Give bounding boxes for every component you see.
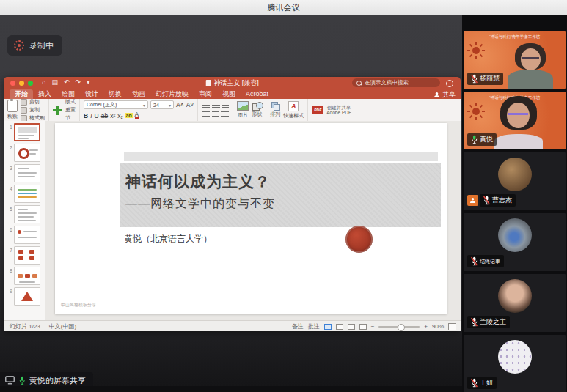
close-icon[interactable]: [10, 81, 15, 86]
slide-sorter-view-icon[interactable]: [336, 324, 343, 330]
participant-tile-6[interactable]: 王妞: [464, 335, 566, 392]
paste-icon[interactable]: [7, 100, 18, 112]
participant-tile-3[interactable]: 曹志杰: [464, 152, 566, 210]
participant-name: 杨丽慧: [480, 74, 500, 84]
gear-icon[interactable]: [446, 80, 453, 87]
slide-thumbnail-panel[interactable]: 1 2 3 4 5: [4, 121, 45, 320]
mac-traffic-lights[interactable]: [10, 81, 33, 86]
tab-transitions[interactable]: 切换: [103, 89, 127, 99]
microphone-muted-icon: [471, 378, 478, 388]
fullscreen-icon[interactable]: [28, 81, 33, 86]
slide-thumbnail-2[interactable]: 2: [6, 144, 40, 162]
search-input[interactable]: 在演示文稿中搜索: [352, 78, 440, 87]
microphone-muted-icon: [471, 74, 478, 84]
microphone-muted-icon: [471, 317, 478, 327]
participant-tile-4[interactable]: 结绳记事: [464, 213, 566, 271]
tab-view[interactable]: 视图: [217, 89, 241, 99]
participant-5-avatar: [498, 279, 532, 313]
comments-toggle[interactable]: 批注: [308, 322, 320, 330]
new-slide-icon[interactable]: [53, 106, 62, 115]
font-color-button[interactable]: A: [135, 111, 139, 119]
arrange-icon[interactable]: [271, 102, 279, 110]
grow-font-icon[interactable]: A˄: [176, 101, 184, 108]
paste-label[interactable]: 粘贴: [7, 113, 18, 120]
participants-sidebar[interactable]: “神话与科幻”青年学者工作坊 杨丽慧: [462, 15, 567, 392]
more-icon[interactable]: ▾: [87, 78, 90, 86]
align-center-icon[interactable]: [212, 111, 219, 117]
person-icon: [434, 92, 440, 98]
share-banner-text: 黄悦的屏幕共享: [29, 375, 86, 386]
recording-indicator[interactable]: 录制中: [7, 35, 62, 56]
slide-thumbnail-5[interactable]: 5: [6, 205, 40, 223]
home-icon[interactable]: ⌂: [42, 78, 45, 86]
slide-thumbnail-4[interactable]: 4: [6, 185, 40, 203]
participant-name: 黄悦: [480, 135, 493, 144]
slide-thumbnail-6[interactable]: 6: [6, 226, 40, 244]
align-left-icon[interactable]: [202, 111, 210, 117]
tab-animations[interactable]: 动画: [127, 89, 150, 99]
monitor-icon: [5, 376, 15, 385]
participant-tile-1[interactable]: “神话与科幻”青年学者工作坊 杨丽慧: [464, 31, 566, 89]
reading-view-icon[interactable]: [348, 324, 355, 330]
search-placeholder: 在演示文稿中搜索: [365, 79, 409, 86]
quick-styles-icon[interactable]: A: [288, 101, 299, 111]
minimize-icon[interactable]: [19, 81, 24, 86]
redo-icon[interactable]: ↷: [76, 78, 81, 86]
tab-design[interactable]: 设计: [80, 89, 103, 99]
copy-icon[interactable]: [21, 107, 27, 114]
participant-tile-2[interactable]: “神话与科幻”青年学者工作坊 黄悦: [464, 92, 566, 149]
current-slide[interactable]: 神话何以成为主义？ ——网络文学中的变与不变 黄悦（北京语言大学） 中山风格模板…: [55, 123, 447, 314]
tab-review[interactable]: 审阅: [194, 89, 217, 99]
clipboard-group: 粘贴 剪切 复制 格式刷: [4, 99, 49, 121]
microphone-muted-icon: [483, 196, 490, 205]
slide-thumbnail-8[interactable]: 8: [6, 267, 40, 285]
undo-icon[interactable]: ↶: [64, 78, 70, 86]
slide-indicator: 幻灯片 1/23: [10, 322, 40, 330]
indent-icon[interactable]: [222, 103, 229, 108]
zoom-slider[interactable]: [378, 326, 420, 328]
save-icon[interactable]: ▤: [51, 78, 58, 86]
acrobat-action-label[interactable]: 创建并共享 Adobe PDF: [326, 105, 351, 115]
superscript-button[interactable]: x²: [110, 112, 115, 119]
language-indicator[interactable]: 中文(中国): [49, 322, 76, 330]
tab-slideshow[interactable]: 幻灯片放映: [150, 89, 194, 99]
highlight-color-button[interactable]: ab: [125, 113, 133, 118]
normal-view-icon[interactable]: [324, 324, 332, 330]
align-right-icon[interactable]: [221, 111, 229, 117]
red-seal-icon: [345, 226, 373, 253]
participant-tile-5[interactable]: 兰陵之主: [464, 274, 566, 332]
participant-name: 王妞: [480, 378, 493, 388]
tab-acrobat[interactable]: Acrobat: [241, 89, 274, 99]
picture-icon[interactable]: [237, 101, 249, 111]
bullets-icon[interactable]: [202, 103, 210, 108]
slideshow-view-icon[interactable]: [359, 324, 367, 330]
slides-group: 版式 重置 节: [49, 99, 80, 121]
strikethrough-button[interactable]: ab: [101, 112, 108, 119]
zoom-out-icon[interactable]: −: [371, 323, 375, 330]
microphone-muted-icon: [471, 256, 478, 266]
layout-button[interactable]: 版式: [65, 98, 76, 106]
fit-to-window-icon[interactable]: [448, 323, 456, 330]
notes-toggle[interactable]: 备注: [292, 322, 304, 330]
numbering-icon[interactable]: [212, 103, 220, 108]
cut-icon[interactable]: [21, 99, 27, 106]
slide-thumbnail-9[interactable]: 9: [6, 287, 40, 306]
shrink-font-icon[interactable]: A˅: [186, 101, 194, 108]
recording-label: 录制中: [29, 40, 54, 51]
underline-button[interactable]: U: [95, 112, 99, 119]
quick-access-toolbar[interactable]: ⌂ ▤ ↶ ↷ ▾: [42, 78, 90, 86]
slide-thumbnail-3[interactable]: 3: [6, 164, 40, 182]
reset-button[interactable]: 重置: [65, 106, 76, 114]
zoom-in-icon[interactable]: +: [424, 323, 428, 330]
adobe-pdf-icon[interactable]: PDF: [312, 106, 323, 114]
font-size-select[interactable]: 24▾: [150, 100, 174, 109]
italic-button[interactable]: I: [90, 112, 92, 119]
slide-thumbnail-7[interactable]: 7: [6, 246, 40, 265]
microphone-active-icon: [471, 135, 478, 144]
zoom-level[interactable]: 90%: [432, 323, 444, 330]
bold-button[interactable]: B: [84, 112, 88, 119]
slide-thumbnail-1[interactable]: 1: [6, 123, 40, 141]
shapes-icon[interactable]: [252, 102, 261, 110]
font-name-select[interactable]: Corbel (正文)▾: [84, 100, 148, 109]
subscript-button[interactable]: x₂: [117, 112, 123, 119]
